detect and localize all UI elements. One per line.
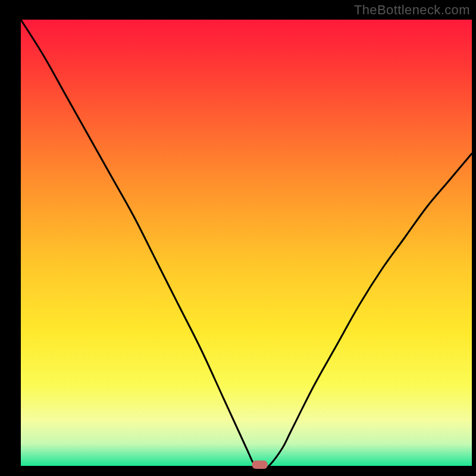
plot-background	[21, 20, 472, 466]
chart-stage: TheBottleneck.com	[0, 0, 476, 476]
bottleneck-chart	[0, 0, 476, 476]
optimum-marker	[252, 461, 268, 469]
